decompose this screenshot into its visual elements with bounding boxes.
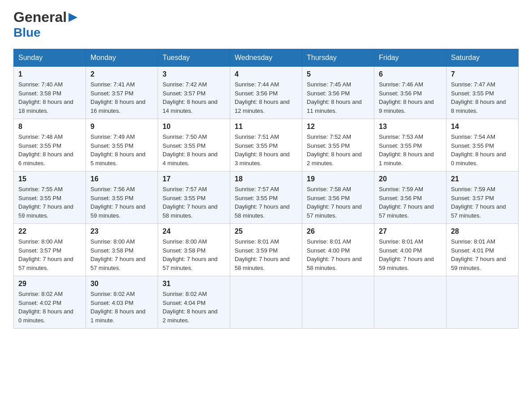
week-row-2: 8Sunrise: 7:48 AMSunset: 3:55 PMDaylight… [14,119,519,171]
day-number: 5 [307,70,369,78]
svg-marker-0 [69,13,77,22]
day-number: 18 [235,175,297,183]
day-number: 8 [18,123,81,131]
header-thursday: Thursday [302,49,374,67]
day-info: Sunrise: 7:49 AMSunset: 3:55 PMDaylight:… [90,133,153,167]
calendar-cell: 19Sunrise: 7:58 AMSunset: 3:56 PMDayligh… [302,171,374,224]
day-info: Sunrise: 7:46 AMSunset: 3:56 PMDaylight:… [379,80,442,115]
header-monday: Monday [86,49,158,67]
day-number: 28 [451,227,514,235]
day-info: Sunrise: 8:00 AMSunset: 3:58 PMDaylight:… [163,237,225,272]
day-info: Sunrise: 7:57 AMSunset: 3:55 PMDaylight:… [163,185,225,220]
calendar-cell: 11Sunrise: 7:51 AMSunset: 3:55 PMDayligh… [230,119,302,171]
day-number: 20 [379,175,442,183]
week-row-1: 1Sunrise: 7:40 AMSunset: 3:58 PMDaylight… [14,67,519,119]
calendar-cell: 8Sunrise: 7:48 AMSunset: 3:55 PMDaylight… [14,119,86,171]
day-info: Sunrise: 7:59 AMSunset: 3:57 PMDaylight:… [451,185,514,220]
day-info: Sunrise: 7:52 AMSunset: 3:55 PMDaylight:… [307,133,369,167]
weekday-header-row: SundayMondayTuesdayWednesdayThursdayFrid… [14,49,519,67]
day-info: Sunrise: 8:01 AMSunset: 4:01 PMDaylight:… [451,237,514,272]
calendar-table: SundayMondayTuesdayWednesdayThursdayFrid… [13,49,519,329]
day-number: 21 [451,175,514,183]
day-info: Sunrise: 7:42 AMSunset: 3:57 PMDaylight:… [163,80,225,115]
calendar-cell: 18Sunrise: 7:57 AMSunset: 3:55 PMDayligh… [230,171,302,224]
calendar-cell [302,276,374,329]
day-info: Sunrise: 8:02 AMSunset: 4:03 PMDaylight:… [90,290,153,325]
week-row-4: 22Sunrise: 8:00 AMSunset: 3:57 PMDayligh… [14,224,519,276]
calendar-cell: 27Sunrise: 8:01 AMSunset: 4:00 PMDayligh… [374,224,446,276]
calendar-cell: 9Sunrise: 7:49 AMSunset: 3:55 PMDaylight… [86,119,158,171]
day-number: 31 [163,280,225,288]
calendar-cell: 7Sunrise: 7:47 AMSunset: 3:55 PMDaylight… [446,67,519,119]
day-info: Sunrise: 7:59 AMSunset: 3:56 PMDaylight:… [379,185,442,220]
calendar-cell: 25Sunrise: 8:01 AMSunset: 3:59 PMDayligh… [230,224,302,276]
day-info: Sunrise: 7:57 AMSunset: 3:55 PMDaylight:… [235,185,297,220]
calendar-cell: 30Sunrise: 8:02 AMSunset: 4:03 PMDayligh… [86,276,158,329]
calendar-cell: 3Sunrise: 7:42 AMSunset: 3:57 PMDaylight… [158,67,230,119]
calendar-cell: 14Sunrise: 7:54 AMSunset: 3:55 PMDayligh… [446,119,519,171]
day-info: Sunrise: 8:01 AMSunset: 3:59 PMDaylight:… [235,237,297,272]
day-number: 16 [90,175,153,183]
calendar-cell [446,276,519,329]
calendar-cell: 31Sunrise: 8:02 AMSunset: 4:04 PMDayligh… [158,276,230,329]
logo-general-text: General [13,9,67,26]
day-info: Sunrise: 7:45 AMSunset: 3:56 PMDaylight:… [307,80,369,115]
calendar-cell: 10Sunrise: 7:50 AMSunset: 3:55 PMDayligh… [158,119,230,171]
day-info: Sunrise: 7:58 AMSunset: 3:56 PMDaylight:… [307,185,369,220]
day-info: Sunrise: 7:47 AMSunset: 3:55 PMDaylight:… [451,80,514,115]
day-number: 12 [307,123,369,131]
day-number: 24 [163,227,225,235]
day-info: Sunrise: 7:44 AMSunset: 3:56 PMDaylight:… [235,80,297,115]
calendar-cell: 16Sunrise: 7:56 AMSunset: 3:55 PMDayligh… [86,171,158,224]
day-info: Sunrise: 8:00 AMSunset: 3:58 PMDaylight:… [90,237,153,272]
logo-triangle-icon [67,11,79,24]
day-number: 25 [235,227,297,235]
day-number: 1 [18,70,81,78]
day-number: 6 [379,70,442,78]
header-friday: Friday [374,49,446,67]
calendar-cell: 2Sunrise: 7:41 AMSunset: 3:57 PMDaylight… [86,67,158,119]
calendar-cell: 4Sunrise: 7:44 AMSunset: 3:56 PMDaylight… [230,67,302,119]
calendar-cell [374,276,446,329]
day-number: 11 [235,123,297,131]
day-info: Sunrise: 8:01 AMSunset: 4:00 PMDaylight:… [379,237,442,272]
day-number: 14 [451,123,514,131]
calendar-cell: 26Sunrise: 8:01 AMSunset: 4:00 PMDayligh… [302,224,374,276]
day-number: 17 [163,175,225,183]
day-number: 15 [18,175,81,183]
week-row-5: 29Sunrise: 8:02 AMSunset: 4:02 PMDayligh… [14,276,519,329]
calendar-cell: 6Sunrise: 7:46 AMSunset: 3:56 PMDaylight… [374,67,446,119]
calendar-cell: 5Sunrise: 7:45 AMSunset: 3:56 PMDaylight… [302,67,374,119]
day-info: Sunrise: 7:55 AMSunset: 3:55 PMDaylight:… [18,185,81,220]
day-info: Sunrise: 7:50 AMSunset: 3:55 PMDaylight:… [163,133,225,167]
day-number: 22 [18,227,81,235]
day-info: Sunrise: 7:40 AMSunset: 3:58 PMDaylight:… [18,80,81,115]
day-number: 4 [235,70,297,78]
day-number: 27 [379,227,442,235]
day-number: 19 [307,175,369,183]
calendar-cell: 15Sunrise: 7:55 AMSunset: 3:55 PMDayligh… [14,171,86,224]
header-saturday: Saturday [446,49,519,67]
day-number: 13 [379,123,442,131]
calendar-cell: 20Sunrise: 7:59 AMSunset: 3:56 PMDayligh… [374,171,446,224]
day-info: Sunrise: 7:53 AMSunset: 3:55 PMDaylight:… [379,133,442,167]
day-info: Sunrise: 7:48 AMSunset: 3:55 PMDaylight:… [18,133,81,167]
calendar-cell: 1Sunrise: 7:40 AMSunset: 3:58 PMDaylight… [14,67,86,119]
calendar-cell: 12Sunrise: 7:52 AMSunset: 3:55 PMDayligh… [302,119,374,171]
calendar-cell: 22Sunrise: 8:00 AMSunset: 3:57 PMDayligh… [14,224,86,276]
header-tuesday: Tuesday [158,49,230,67]
day-info: Sunrise: 8:02 AMSunset: 4:04 PMDaylight:… [163,290,225,325]
day-info: Sunrise: 7:54 AMSunset: 3:55 PMDaylight:… [451,133,514,167]
calendar-cell: 24Sunrise: 8:00 AMSunset: 3:58 PMDayligh… [158,224,230,276]
week-row-3: 15Sunrise: 7:55 AMSunset: 3:55 PMDayligh… [14,171,519,224]
logo: General Blue [13,9,79,40]
day-info: Sunrise: 8:00 AMSunset: 3:57 PMDaylight:… [18,237,81,272]
calendar-cell: 21Sunrise: 7:59 AMSunset: 3:57 PMDayligh… [446,171,519,224]
day-number: 26 [307,227,369,235]
calendar-cell: 28Sunrise: 8:01 AMSunset: 4:01 PMDayligh… [446,224,519,276]
day-number: 2 [90,70,153,78]
page-header: General Blue [13,9,519,40]
day-info: Sunrise: 8:01 AMSunset: 4:00 PMDaylight:… [307,237,369,272]
day-number: 10 [163,123,225,131]
calendar-cell [230,276,302,329]
